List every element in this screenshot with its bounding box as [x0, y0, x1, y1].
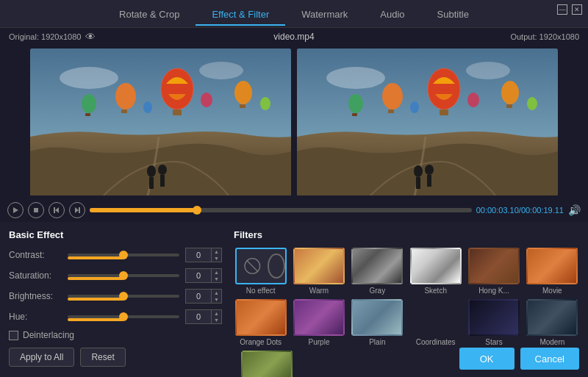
reset-button[interactable]: Reset — [80, 348, 125, 367]
svg-rect-40 — [34, 208, 38, 212]
play-button[interactable] — [7, 202, 24, 218]
svg-rect-36 — [416, 177, 420, 189]
svg-point-1 — [60, 67, 118, 89]
svg-point-11 — [234, 81, 252, 104]
svg-point-15 — [260, 97, 270, 110]
tab-watermark[interactable]: Watermark — [285, 4, 364, 26]
brightness-up[interactable]: ▲ — [212, 290, 221, 296]
filter-label-stars: Stars — [485, 338, 502, 346]
filter-thumb-hongkong — [468, 248, 520, 284]
hue-slider[interactable] — [68, 315, 179, 318]
svg-point-37 — [425, 165, 434, 175]
filter-hongkong[interactable]: Hong K... — [467, 248, 520, 295]
prev-button[interactable] — [49, 202, 65, 218]
contrast-slider[interactable] — [68, 254, 179, 256]
saturation-row: Saturation: 0 ▲ ▼ — [9, 268, 222, 283]
filter-modern[interactable]: Modern — [526, 299, 579, 346]
hue-value: 0 — [185, 309, 212, 324]
brightness-slider[interactable] — [68, 295, 179, 298]
original-label: Original: 1920x1080 — [9, 32, 81, 41]
svg-point-18 — [158, 165, 167, 175]
brightness-value: 0 — [185, 289, 212, 304]
contrast-down[interactable]: ▼ — [212, 255, 221, 262]
tabs-bar: Rotate & Crop Effect & Filter Watermark … — [0, 0, 588, 28]
svg-rect-44 — [79, 207, 80, 213]
basic-effect-title: Basic Effect — [9, 229, 222, 240]
progress-bar[interactable] — [90, 208, 472, 212]
filter-gray[interactable]: Gray — [351, 248, 404, 295]
volume-icon[interactable]: 🔊 — [568, 204, 581, 216]
hue-up[interactable]: ▲ — [212, 310, 221, 317]
svg-point-7 — [115, 83, 136, 109]
tab-rotate[interactable]: Rotate & Crop — [103, 4, 196, 26]
filter-thumb-modern — [526, 299, 578, 336]
saturation-up[interactable]: ▲ — [212, 269, 221, 276]
minimize-button[interactable]: — — [557, 4, 567, 15]
filter-stars[interactable]: Stars — [467, 299, 520, 346]
brightness-down[interactable]: ▼ — [212, 296, 221, 303]
filter-thumb-sketch — [410, 248, 462, 284]
filters-title: Filters — [234, 229, 579, 240]
svg-rect-38 — [427, 175, 431, 187]
svg-line-46 — [246, 260, 258, 272]
svg-marker-43 — [75, 207, 79, 213]
apply-to-all-button[interactable]: Apply to All — [9, 348, 74, 367]
filter-purple[interactable]: Purple — [292, 299, 345, 346]
svg-rect-6 — [173, 109, 182, 115]
filter-movie[interactable]: Movie — [526, 248, 579, 295]
cancel-button[interactable]: Cancel — [520, 348, 579, 370]
filter-orange-dots[interactable]: Orange Dots — [234, 299, 287, 346]
filter-thumb-stars — [468, 299, 520, 336]
filter-pixelate[interactable]: Pixelate — [241, 351, 293, 377]
filter-label-warm: Warm — [309, 287, 329, 295]
deinterlacing-label: Deinterlacing — [23, 330, 74, 340]
filter-thumb-orange-dots — [235, 299, 287, 336]
filter-label-movie: Movie — [542, 287, 562, 295]
filter-label-plain: Plain — [369, 338, 385, 346]
svg-point-9 — [82, 94, 96, 113]
filter-coordinates[interactable]: Coordinates — [409, 299, 462, 346]
deinterlacing-row: Deinterlacing — [9, 330, 222, 340]
saturation-slider[interactable] — [68, 274, 179, 277]
contrast-row: Contrast: 0 ▲ ▼ — [9, 248, 222, 262]
filter-plain[interactable]: Plain — [351, 299, 404, 346]
deinterlacing-checkbox[interactable] — [9, 331, 18, 340]
filter-sketch[interactable]: Sketch — [409, 248, 462, 295]
tab-subtitle[interactable]: Subtitle — [421, 4, 485, 26]
filter-warm[interactable]: Warm — [292, 248, 345, 295]
title-bar: — ✕ — [551, 0, 588, 19]
tab-audio[interactable]: Audio — [364, 4, 420, 26]
time-display: 00:00:03.10/00:00:19.11 — [476, 206, 564, 215]
tab-effect[interactable]: Effect & Filter — [196, 4, 285, 26]
filter-thumb-warm — [293, 248, 345, 284]
svg-rect-10 — [85, 113, 90, 116]
contrast-up[interactable]: ▲ — [212, 248, 221, 255]
svg-point-26 — [382, 83, 403, 109]
svg-point-16 — [147, 165, 156, 177]
svg-marker-39 — [13, 207, 18, 213]
svg-point-35 — [414, 165, 423, 177]
brightness-row: Brightness: 0 ▲ ▼ — [9, 289, 222, 304]
contrast-value: 0 — [185, 248, 212, 262]
svg-point-2 — [199, 62, 243, 79]
next-button[interactable] — [69, 202, 85, 218]
svg-rect-8 — [121, 109, 127, 113]
ok-button[interactable]: OK — [459, 348, 514, 370]
filter-thumb-pixelate — [241, 351, 293, 377]
eye-icon[interactable]: 👁 — [85, 31, 96, 43]
svg-point-21 — [326, 67, 385, 89]
brightness-label: Brightness: — [9, 291, 62, 301]
close-button[interactable]: ✕ — [572, 4, 582, 15]
filter-thumb-plain — [351, 299, 403, 336]
svg-point-13 — [201, 93, 212, 107]
hue-down[interactable]: ▼ — [212, 317, 221, 323]
svg-point-14 — [143, 101, 152, 113]
svg-point-32 — [467, 93, 479, 107]
filter-no-effect[interactable]: No effect — [234, 248, 287, 295]
filter-thumb-purple — [293, 299, 345, 336]
svg-point-22 — [466, 62, 510, 79]
stop-button[interactable] — [28, 202, 44, 218]
saturation-down[interactable]: ▼ — [212, 276, 221, 282]
svg-point-33 — [410, 101, 419, 113]
svg-rect-25 — [440, 109, 448, 115]
